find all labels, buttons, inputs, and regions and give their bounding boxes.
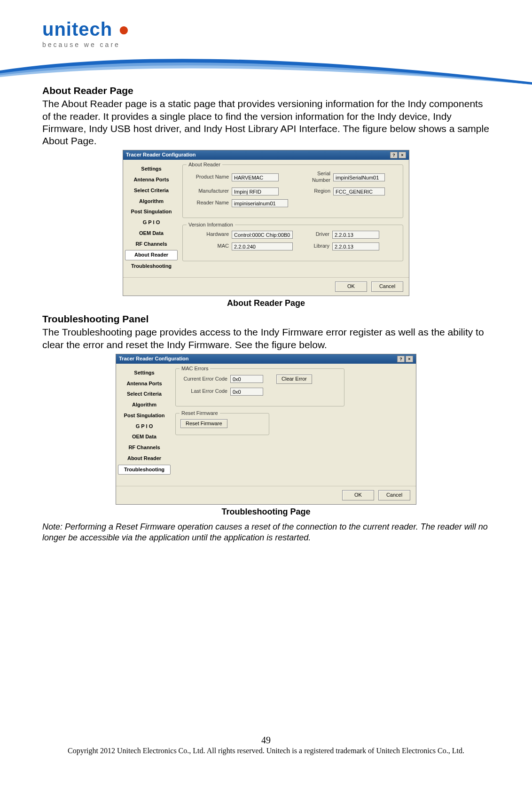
last-error-label: Last Error Code bbox=[180, 388, 227, 395]
mac-label: MAC bbox=[188, 243, 229, 250]
figure-troubleshooting: Tracer Reader Configuration ? × Settings… bbox=[42, 354, 490, 517]
product-name-value: HARVEMAC bbox=[232, 173, 279, 181]
dialog-titlebar: Tracer Reader Configuration ? × bbox=[123, 150, 409, 160]
serial-value: impiniSerialNum01 bbox=[333, 173, 385, 181]
sidebar-item-gpio[interactable]: G P I O bbox=[125, 218, 178, 227]
dialog-title: Tracer Reader Configuration bbox=[126, 152, 196, 158]
region-value: FCC_GENERIC bbox=[333, 187, 385, 195]
sidebar-item-select-criteria[interactable]: Select Criteria bbox=[118, 390, 171, 399]
sidebar-item-troubleshooting[interactable]: Troubleshooting bbox=[125, 262, 178, 271]
cancel-button[interactable]: Cancel bbox=[371, 281, 403, 292]
reset-firmware-group: Reset Firmware Reset Firmware bbox=[175, 413, 269, 436]
manufacturer-value: Impinj RFID bbox=[232, 187, 279, 195]
manufacturer-label: Manufacturer bbox=[188, 188, 229, 195]
content-area: About Reader Page The About Reader page … bbox=[0, 75, 532, 544]
ok-button[interactable]: OK bbox=[342, 490, 374, 500]
group-legend: Reset Firmware bbox=[180, 410, 220, 417]
troubleshooting-panel: MAC Errors Current Error Code 0x0 Clear … bbox=[172, 364, 416, 486]
sidebar-item-about-reader[interactable]: About Reader bbox=[125, 250, 178, 260]
sidebar: Settings Antenna Ports Select Criteria A… bbox=[116, 364, 172, 486]
sidebar-item-troubleshooting[interactable]: Troubleshooting bbox=[118, 465, 171, 475]
dialog-titlebar: Tracer Reader Configuration ? × bbox=[116, 354, 416, 364]
about-panel: About Reader Product Name HARVEMAC Seria… bbox=[180, 160, 409, 277]
figure-caption-ts: Troubleshooting Page bbox=[42, 507, 490, 517]
reader-name-value: impiniserialnum01 bbox=[232, 199, 288, 207]
ok-button[interactable]: OK bbox=[335, 281, 367, 292]
sidebar-item-gpio[interactable]: G P I O bbox=[118, 422, 171, 431]
logo: unitech ● bbox=[42, 19, 532, 40]
version-info-group: Version Information Hardware Control:000… bbox=[182, 225, 403, 261]
page-number: 49 bbox=[0, 735, 532, 746]
library-value: 2.2.0.13 bbox=[332, 242, 379, 250]
about-reader-dialog: Tracer Reader Configuration ? × Settings… bbox=[123, 150, 409, 296]
about-reader-group: About Reader Product Name HARVEMAC Seria… bbox=[182, 164, 403, 218]
help-icon[interactable]: ? bbox=[397, 356, 405, 362]
region-label: Region bbox=[297, 188, 330, 195]
sidebar: Settings Antenna Ports Select Criteria A… bbox=[123, 160, 180, 277]
hardware-value: Control:000C Chip:00B0 bbox=[232, 231, 293, 239]
current-error-value: 0x0 bbox=[230, 375, 263, 383]
mac-errors-group: MAC Errors Current Error Code 0x0 Clear … bbox=[175, 368, 344, 406]
help-icon[interactable]: ? bbox=[390, 152, 398, 158]
page-header: unitech ● because we care bbox=[0, 0, 532, 75]
close-icon[interactable]: × bbox=[406, 356, 413, 362]
sidebar-item-oem-data[interactable]: OEM Data bbox=[125, 229, 178, 238]
mac-value: 2.2.0.240 bbox=[232, 242, 293, 250]
sidebar-item-post-singulation[interactable]: Post Singulation bbox=[118, 411, 171, 421]
page-footer: 49 Copyright 2012 Unitech Electronics Co… bbox=[0, 735, 532, 755]
reset-firmware-button[interactable]: Reset Firmware bbox=[180, 419, 227, 429]
sidebar-item-settings[interactable]: Settings bbox=[118, 368, 171, 378]
sidebar-item-algorithm[interactable]: Algorithm bbox=[125, 197, 178, 206]
sidebar-item-rf-channels[interactable]: RF Channels bbox=[118, 443, 171, 453]
close-icon[interactable]: × bbox=[399, 152, 406, 158]
group-legend: Version Information bbox=[187, 222, 235, 228]
current-error-label: Current Error Code bbox=[180, 376, 227, 382]
driver-label: Driver bbox=[306, 231, 329, 238]
hardware-label: Hardware bbox=[188, 231, 229, 238]
copyright-text: Copyright 2012 Unitech Electronics Co., … bbox=[0, 747, 532, 755]
reader-name-label: Reader Name bbox=[188, 200, 229, 206]
troubleshooting-dialog: Tracer Reader Configuration ? × Settings… bbox=[116, 354, 416, 505]
about-heading: About Reader Page bbox=[42, 85, 490, 97]
dialog-footer: OK Cancel bbox=[116, 486, 416, 504]
sidebar-item-post-singulation[interactable]: Post Singulation bbox=[125, 207, 178, 217]
cancel-button[interactable]: Cancel bbox=[378, 490, 410, 500]
sidebar-item-select-criteria[interactable]: Select Criteria bbox=[125, 186, 178, 195]
sidebar-item-antenna-ports[interactable]: Antenna Ports bbox=[125, 175, 178, 185]
logo-text: unitech bbox=[42, 19, 112, 39]
last-error-value: 0x0 bbox=[230, 388, 263, 396]
dialog-footer: OK Cancel bbox=[123, 277, 409, 296]
driver-value: 2.2.0.13 bbox=[332, 231, 379, 239]
sidebar-item-about-reader[interactable]: About Reader bbox=[118, 454, 171, 463]
group-legend: About Reader bbox=[187, 162, 222, 168]
logo-dot-icon: ● bbox=[112, 19, 130, 39]
sidebar-item-settings[interactable]: Settings bbox=[125, 164, 178, 174]
logo-tagline: because we care bbox=[42, 41, 532, 48]
ts-body: The Troubleshooting page provides access… bbox=[42, 326, 490, 351]
sidebar-item-antenna-ports[interactable]: Antenna Ports bbox=[118, 379, 171, 389]
about-body: The About Reader page is a static page t… bbox=[42, 98, 490, 147]
sidebar-item-rf-channels[interactable]: RF Channels bbox=[125, 240, 178, 249]
product-name-label: Product Name bbox=[188, 174, 229, 180]
sidebar-item-algorithm[interactable]: Algorithm bbox=[118, 400, 171, 410]
ts-heading: Troubleshooting Panel bbox=[42, 313, 490, 325]
figure-about: Tracer Reader Configuration ? × Settings… bbox=[42, 150, 490, 308]
serial-label: Serial Number bbox=[297, 171, 330, 184]
sidebar-item-oem-data[interactable]: OEM Data bbox=[118, 432, 171, 442]
figure-caption-about: About Reader Page bbox=[42, 298, 490, 309]
clear-error-button[interactable]: Clear Error bbox=[276, 374, 312, 384]
reset-note: Note: Performing a Reset Firmware operat… bbox=[42, 522, 490, 544]
group-legend: MAC Errors bbox=[180, 366, 210, 372]
dialog-title: Tracer Reader Configuration bbox=[119, 356, 189, 362]
library-label: Library bbox=[306, 243, 329, 250]
